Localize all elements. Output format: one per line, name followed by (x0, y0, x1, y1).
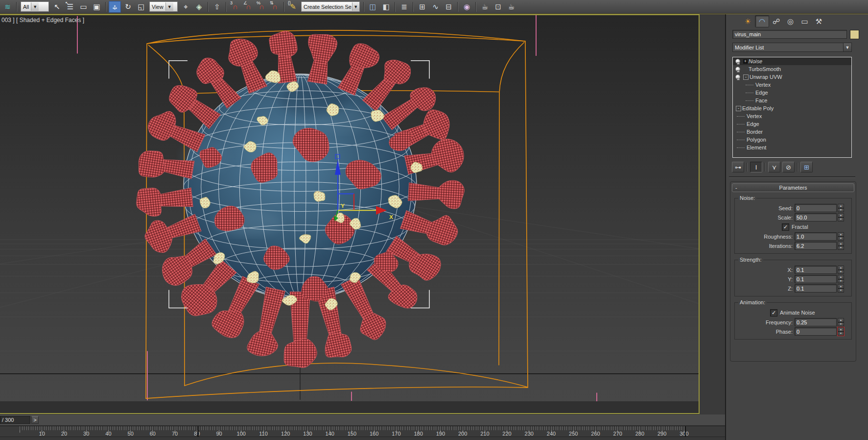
z-field[interactable]: 0.1 (795, 284, 837, 293)
rendered-frame-window[interactable]: ⊡ (492, 1, 504, 13)
edit-named-selection-sets[interactable]: ✎{} (287, 1, 299, 13)
phase-spinner[interactable]: ▲▼ (838, 327, 844, 336)
y-spinner[interactable]: ▲▼ (838, 275, 844, 283)
use-pivot-point-center[interactable]: ⌖ (180, 1, 192, 13)
stack-item-vertex[interactable]: Vertex (733, 81, 851, 89)
spinner-down-icon[interactable]: ▼ (838, 218, 844, 222)
tab-hierarchy[interactable]: ☍ (769, 15, 783, 27)
viewport[interactable]: XY (0, 14, 699, 415)
layer-manager[interactable]: ≣ (398, 1, 410, 13)
stack-item-editable-poly[interactable]: -Editable Poly (733, 104, 851, 112)
select-and-rotate[interactable]: ↻ (122, 1, 134, 13)
render-setup[interactable]: ☕ (479, 1, 491, 13)
phase-field[interactable]: 0 (795, 327, 837, 336)
stack-item-face[interactable]: Face (733, 97, 851, 104)
rectangular-selection-region[interactable]: ▭ (77, 1, 90, 13)
angle-snap-toggle[interactable]: ∩∠ (242, 1, 255, 13)
viewport-3d-scene[interactable]: XY (0, 14, 699, 415)
material-editor[interactable]: ◉ (461, 1, 473, 13)
stack-item-border[interactable]: Border (733, 128, 851, 136)
track-bar-playhead[interactable] (197, 426, 199, 437)
tab-utilities[interactable]: ⚒ (812, 15, 826, 27)
iterations-spinner[interactable]: ▲▼ (838, 242, 844, 250)
track-bar[interactable]: 1020304050607080901001101201301401501601… (0, 426, 725, 437)
stack-item-polygon[interactable]: Polygon (733, 136, 851, 144)
parameters-rollout-header[interactable]: - Parameters (732, 183, 854, 192)
spinner-up-icon[interactable]: ▲ (838, 266, 844, 270)
modifier-list-dropdown[interactable]: Modifier List ▼ (732, 43, 852, 52)
spinner-down-icon[interactable]: ▼ (838, 208, 844, 213)
curve-editor[interactable]: ∿ (429, 1, 442, 13)
spinner-up-icon[interactable]: ▲ (838, 275, 844, 279)
stack-item-vertex[interactable]: Vertex (733, 112, 851, 120)
named-selection-sets-dropdown[interactable]: Create Selection Se▼ (301, 1, 360, 12)
stack-item-noise[interactable]: +Noise (733, 57, 851, 65)
fractalcheckbox[interactable]: ✓ (782, 223, 789, 231)
animate-noisecheckbox[interactable]: ✓ (770, 309, 777, 317)
spinner-down-icon[interactable]: ▼ (838, 322, 844, 327)
spinner-down-icon[interactable]: ▼ (838, 332, 844, 336)
remove-modifier-button[interactable]: ⊘ (782, 162, 795, 172)
object-color-swatch[interactable] (850, 30, 859, 39)
spinner-down-icon[interactable]: ▼ (838, 246, 844, 250)
spinner-snap-toggle[interactable]: ∩⇅ (269, 1, 281, 13)
reference-coordinate-system-dropdown[interactable]: View▼ (149, 1, 178, 12)
spinner-up-icon[interactable]: ▲ (838, 327, 844, 332)
visibility-bulb-icon[interactable] (735, 58, 740, 65)
stack-item-turbosmooth[interactable]: TurboSmooth (733, 65, 851, 73)
snaps-toggle-3d[interactable]: ∩3 (229, 1, 241, 13)
scene-explorer[interactable]: ⊞ (416, 1, 428, 13)
tab-modify[interactable]: ◠ (755, 15, 769, 27)
tab-motion[interactable]: ◎ (783, 15, 798, 27)
stack-item-edge[interactable]: Edge (733, 120, 851, 128)
stack-item-unwrap-uvw[interactable]: -Unwrap UVW (733, 73, 851, 81)
spinner-up-icon[interactable]: ▲ (838, 318, 844, 322)
next-frame-button[interactable]: > (31, 416, 39, 424)
object-name-field[interactable]: virus_main (732, 30, 847, 39)
iterations-field[interactable]: 6.2 (795, 242, 837, 250)
spinner-down-icon[interactable]: ▼ (838, 289, 844, 293)
make-unique-button[interactable]: ⋎ (768, 162, 780, 172)
roughness-field[interactable]: 1.0 (795, 232, 837, 241)
roughness-spinner[interactable]: ▲▼ (838, 232, 844, 241)
tab-display[interactable]: ▭ (798, 15, 812, 27)
pin-stack-button[interactable]: ⊶ (732, 162, 744, 172)
spinner-up-icon[interactable]: ▲ (838, 213, 844, 218)
select-object[interactable]: ↖ (51, 1, 63, 13)
x-field[interactable]: 0.1 (795, 266, 837, 274)
visibility-bulb-icon[interactable] (735, 74, 740, 80)
frequency-spinner[interactable]: ▲▼ (838, 318, 844, 326)
window-crossing-toggle[interactable]: ▣ (91, 1, 103, 13)
spinner-up-icon[interactable]: ▲ (838, 284, 844, 289)
select-and-scale[interactable]: ◱ (135, 1, 147, 13)
scale-field[interactable]: 50.0 (795, 213, 837, 221)
y-field[interactable]: 0.1 (795, 275, 837, 283)
spinner-up-icon[interactable]: ▲ (838, 232, 844, 237)
tab-create[interactable]: ☀ (741, 15, 755, 27)
scale-spinner[interactable]: ▲▼ (838, 213, 844, 221)
keyboard-shortcut-override-toggle[interactable]: ⇧ (211, 1, 223, 13)
spinner-down-icon[interactable]: ▼ (838, 237, 844, 241)
stack-item-element[interactable]: Element (733, 144, 851, 151)
select-and-move[interactable]: ↔↕ (109, 1, 121, 13)
current-frame-field[interactable]: / 300 (0, 416, 30, 424)
x-spinner[interactable]: ▲▼ (838, 266, 844, 274)
select-by-name[interactable]: ☰↖ (64, 1, 76, 13)
expand-icon[interactable]: + (743, 59, 748, 64)
select-and-manipulate[interactable]: ◈ (193, 1, 205, 13)
collapse-icon[interactable]: - (736, 106, 741, 111)
render-production[interactable]: ☕ (505, 1, 517, 13)
schematic-view[interactable]: ⊟ (443, 1, 455, 13)
percent-snap-toggle[interactable]: ∩% (256, 1, 268, 13)
frequency-field[interactable]: 0.25 (795, 318, 837, 326)
collapse-icon[interactable]: - (743, 74, 749, 80)
bind-to-space-warp[interactable]: ≋ (1, 1, 14, 13)
selection-filter-dropdown[interactable]: All▼ (21, 1, 49, 12)
show-end-result-button[interactable]: I (750, 162, 762, 172)
spinner-up-icon[interactable]: ▲ (838, 204, 844, 208)
align[interactable]: ◧ (380, 1, 392, 13)
mirror[interactable]: ◫ (367, 1, 379, 13)
visibility-bulb-icon[interactable] (735, 66, 740, 73)
z-spinner[interactable]: ▲▼ (838, 284, 844, 293)
stack-item-edge[interactable]: Edge (733, 89, 851, 97)
